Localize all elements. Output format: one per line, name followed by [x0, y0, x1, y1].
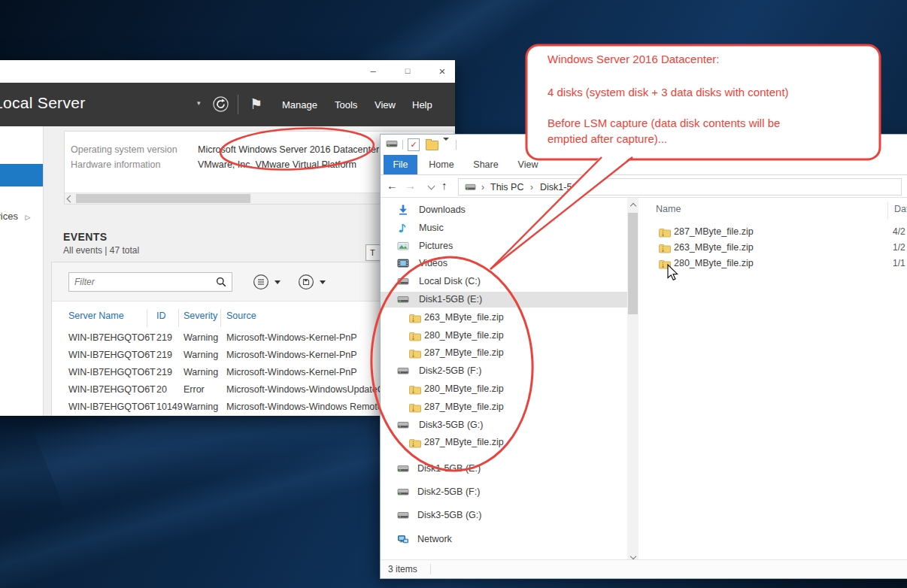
tree-item-local-disk-c[interactable]: Local Disk (C:) [381, 274, 627, 289]
forward-icon[interactable]: → [405, 179, 416, 192]
new-folder-icon[interactable] [426, 141, 438, 150]
events-subheading: All events | 47 total [63, 245, 139, 256]
menu-manage[interactable]: Manage [282, 99, 317, 111]
column-divider [178, 309, 179, 327]
column-header-name[interactable]: Name [656, 204, 681, 214]
chevron-down-icon[interactable] [320, 280, 326, 284]
os-version-label: Operating system version [71, 144, 177, 155]
address-bar-row: ← → ↑ › This PC › Disk1-5GB [381, 175, 907, 198]
events-list-icon[interactable] [253, 274, 269, 290]
file-row[interactable]: 263_MByte_file.zip 1/2 [639, 241, 907, 256]
tree-item-zip-file[interactable]: 263_MByte_file.zip [381, 310, 627, 326]
menu-tools[interactable]: Tools [335, 99, 357, 111]
scroll-left-icon[interactable] [67, 195, 74, 203]
hardware-info-label: Hardware information [71, 159, 161, 170]
tree-item-downloads[interactable]: Downloads [381, 202, 627, 218]
close-button[interactable]: × [435, 64, 450, 79]
events-heading: EVENTS [63, 231, 107, 243]
navigation-pane: Downloads Music Pictures Videos Local Di… [381, 198, 627, 561]
minimize-button[interactable]: – [366, 64, 381, 79]
column-header-source[interactable]: Source [226, 311, 256, 321]
column-header-date[interactable]: Dat [894, 204, 907, 214]
column-header-severity[interactable]: Severity [184, 311, 217, 321]
back-icon[interactable]: ← [387, 179, 398, 192]
chevron-down-icon[interactable] [275, 280, 281, 284]
server-manager-titlebar: – □ × [0, 60, 455, 83]
server-manager-menubar: Local Server ▾ ⚑ Manage Tools View Help [0, 83, 455, 126]
file-list-pane: Name Dat 287_MByte_file.zip 4/2 263_MByt… [639, 198, 907, 561]
breadcrumb-this-pc[interactable]: This PC [490, 182, 523, 192]
ribbon-tabs: File Home Share View [381, 155, 907, 175]
search-icon[interactable] [216, 277, 226, 290]
tab-home[interactable]: Home [420, 155, 463, 174]
filter-input[interactable] [68, 272, 232, 292]
maximize-button[interactable]: □ [400, 64, 415, 79]
menu-help[interactable]: Help [412, 99, 432, 111]
expand-arrow-icon: ▷ [26, 214, 31, 221]
refresh-icon[interactable] [212, 95, 229, 116]
file-explorer-window: ✓ File Home Share View ← → ↑ › This PC ›… [380, 134, 907, 579]
tab-view[interactable]: View [508, 155, 548, 174]
save-events-icon[interactable] [298, 274, 314, 290]
menu-view[interactable]: View [375, 99, 396, 111]
tree-item-pictures[interactable]: Pictures [381, 238, 627, 254]
tree-item-videos[interactable]: Videos [381, 256, 627, 271]
scrollbar-thumb[interactable] [628, 213, 638, 314]
chevron-down-icon[interactable]: ▾ [197, 99, 201, 107]
callout-text-line1: Windows Server 2016 Datacenter: [548, 53, 871, 65]
status-bar: 3 items [381, 559, 907, 578]
tree-root-disk1-e[interactable]: Disk1-5GB (E:) [381, 461, 627, 477]
tree-item-zip-file[interactable]: 280_MByte_file.zip [381, 381, 627, 397]
tree-root-network[interactable]: Network [381, 532, 627, 547]
breadcrumb-separator: › [481, 182, 484, 192]
column-header-id[interactable]: ID [156, 311, 166, 321]
drive-icon [397, 419, 409, 434]
tree-item-zip-file[interactable]: 287_MByte_file.zip [381, 345, 627, 361]
tree-item-music[interactable]: Music [381, 220, 627, 236]
tree-root-disk3-g[interactable]: Disk3-5GB (G:) [381, 508, 627, 523]
zip-file-icon [409, 347, 421, 362]
recent-locations-icon[interactable] [428, 183, 435, 190]
zip-file-icon [659, 257, 671, 272]
tree-scrollbar[interactable] [627, 198, 639, 561]
tree-item-zip-file[interactable]: 280_MByte_file.zip [381, 328, 627, 344]
music-icon [397, 222, 409, 237]
properties-check-icon[interactable]: ✓ [408, 138, 420, 151]
tree-item-zip-file[interactable]: 287_MByte_file.zip [381, 399, 627, 415]
tree-item-zip-file[interactable]: 287_MByte_file.zip [381, 435, 627, 450]
zip-file-icon [409, 383, 421, 398]
sidebar-item-file-storage-services[interactable]: rvices ▷ [0, 211, 31, 222]
up-icon[interactable]: ↑ [441, 179, 447, 192]
column-header-server-name[interactable]: Server Name [68, 311, 124, 321]
drive-icon [397, 486, 409, 501]
sidebar-item-local-server[interactable] [0, 164, 43, 186]
tree-root-disk2-f[interactable]: Disk2-5GB (F:) [381, 484, 627, 500]
tree-item-disk2-f[interactable]: Disk2-5GB (F:) [381, 363, 627, 379]
tree-item-disk1-e[interactable]: Disk1-5GB (E:) [381, 292, 627, 308]
hardware-info-value: VMware, Inc. VMware Virtual Platform [198, 159, 356, 170]
file-row[interactable]: 287_MByte_file.zip 4/2 [639, 225, 907, 240]
tree-item-disk3-g[interactable]: Disk3-5GB (G:) [381, 417, 627, 433]
drive-icon [465, 182, 476, 195]
quick-access-toolbar: ✓ [381, 135, 907, 155]
pictures-icon [397, 240, 409, 255]
scroll-up-icon[interactable] [627, 198, 639, 211]
drive-icon [397, 365, 409, 380]
customize-toolbar-icon[interactable] [443, 141, 450, 154]
scrollbar-thumb[interactable] [76, 194, 250, 203]
network-icon [397, 533, 409, 548]
tab-share[interactable]: Share [464, 155, 508, 174]
column-divider [147, 309, 147, 327]
address-bar[interactable]: › This PC › Disk1-5GB [458, 178, 902, 195]
drive-icon [397, 462, 409, 477]
callout-text-line3: Before LSM capture (data disk contents w… [548, 117, 871, 129]
breadcrumb-separator: › [530, 182, 533, 192]
notifications-flag-icon[interactable]: ⚑ [250, 95, 262, 113]
zip-file-icon [409, 401, 421, 416]
tab-file[interactable]: File [384, 155, 417, 174]
os-version-value: Microsoft Windows Server 2016 Datacenter… [198, 144, 388, 155]
breadcrumb-disk1[interactable]: Disk1-5GB [540, 182, 585, 192]
drive-icon [386, 139, 398, 153]
file-row[interactable]: 280_MByte_file.zip 1/1 [639, 256, 907, 271]
zip-file-icon [659, 226, 671, 241]
